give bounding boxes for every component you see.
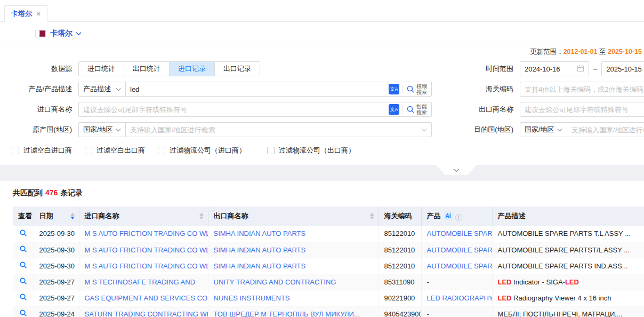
product-cell: - xyxy=(421,306,492,317)
end-date-input[interactable]: 2025-10-15 xyxy=(601,61,644,76)
translate-icon[interactable]: 文A xyxy=(389,104,399,115)
exporter-cell: SIMHA INDIAN AUTO PARTS xyxy=(208,258,379,274)
view-record-button[interactable] xyxy=(19,279,27,287)
view-record-button[interactable] xyxy=(19,295,27,303)
hs-code-input[interactable] xyxy=(520,85,644,93)
description-text: МЕБЛІ; ПОСТІЛЬНІ РЕЧІ, МАТРАЦИ,... xyxy=(498,310,623,317)
highlighted-keyword: LED xyxy=(565,278,579,286)
exporter-group: 出口商名称 xyxy=(468,102,644,117)
importer-cell: M S AUTO FRICTION TRADING CO WLL xyxy=(79,226,208,242)
fuzzy-search-button[interactable]: 模糊 搜索 xyxy=(406,83,427,95)
date-cell: 2025-09-30 xyxy=(34,242,79,258)
origin-label: 原产国(地区) xyxy=(0,125,72,134)
checkbox-filter-logistics-importer[interactable]: 过滤物流公司（进口商） xyxy=(158,146,246,155)
checkbox-label: 过滤物流公司（出口商） xyxy=(279,146,355,155)
product-link[interactable]: AUTOMOBILE SPARE P... xyxy=(427,262,493,270)
product-link[interactable]: AUTOMOBILE SPARE P... xyxy=(427,229,493,237)
description-text: AUTOMOBILE SPARE PARTS IND.ASS... xyxy=(498,262,628,270)
close-icon[interactable]: × xyxy=(36,10,41,18)
column-header-desc: 产品描述 xyxy=(492,207,644,226)
importer-link[interactable]: M S AUTO FRICTION TRADING CO WLL xyxy=(85,262,208,270)
start-date-value: 2024-10-16 xyxy=(525,65,560,73)
destination-group: 目的国(地区) 国家/地区 xyxy=(468,122,644,137)
importer-link[interactable]: M S TECHNOSAFE TRADING AND xyxy=(85,278,196,286)
view-cell xyxy=(13,258,34,274)
product-link[interactable]: AUTOMOBILE SPARE P... xyxy=(427,246,493,254)
sort-icon[interactable] xyxy=(370,213,374,219)
checkbox-label: 过滤空白进口商 xyxy=(23,146,72,155)
importer-cell: SATURN TRADING CONTRACTING WLL BUI... xyxy=(79,306,208,317)
datasource-export-records-button[interactable]: 出口记录 xyxy=(214,61,260,76)
product-description-cell: LED Radiography Viewer 4 x 16 inch xyxy=(492,290,644,306)
checkbox-filter-blank-exporter[interactable]: 过滤空白出口商 xyxy=(85,146,145,155)
product-description-cell: AUTOMOBILE SPARE PARTS IND.ASS... xyxy=(492,258,644,274)
importer-name-input[interactable] xyxy=(79,106,389,114)
destination-country-select[interactable]: 国家/地区 xyxy=(520,123,567,137)
datasource-import-stats-button[interactable]: 进口统计 xyxy=(78,61,124,76)
ai-badge: AI xyxy=(444,212,453,220)
product-type-select[interactable]: 产品描述 xyxy=(79,82,126,96)
filter-row-product: 产品/产品描述 产品描述 文A 模糊 搜索 xyxy=(0,82,644,97)
table-row: 2025-09-24SATURN TRADING CONTRACTING WLL… xyxy=(13,306,644,317)
datasource-import-records-button[interactable]: 进口记录 xyxy=(169,61,215,76)
view-record-button[interactable] xyxy=(19,263,27,271)
importer-label: 进口商名称 xyxy=(0,105,72,114)
description-text: AUTOMOBILE SPARE PARTS T.L ASSY ... xyxy=(498,229,631,237)
search-icon xyxy=(19,309,27,317)
chevron-down-icon[interactable] xyxy=(76,31,82,36)
exporter-name-input[interactable] xyxy=(520,106,644,114)
info-icon[interactable]: i xyxy=(455,214,462,221)
importer-link[interactable]: M S AUTO FRICTION TRADING CO WLL xyxy=(85,229,208,237)
description-text: Indicator - SIGA- xyxy=(512,278,565,286)
importer-search-box: 文A 智能 搜索 xyxy=(78,102,432,117)
column-header-date[interactable]: 日期 xyxy=(34,207,79,226)
product-link[interactable]: LED RADIOGRAPHY VI... xyxy=(427,294,493,302)
view-record-button[interactable] xyxy=(19,247,27,255)
importer-link[interactable]: GAS EQUIPMENT AND SERVICES CO LTD xyxy=(85,294,208,302)
hs-code-cell: 85122010 xyxy=(379,226,421,242)
view-record-button[interactable] xyxy=(19,311,27,317)
tab-qatar[interactable]: 卡塔尔 × xyxy=(4,5,47,22)
checkbox-icon[interactable] xyxy=(158,147,165,154)
column-label: 产品 xyxy=(427,212,441,220)
column-label: 查看 xyxy=(18,212,32,220)
origin-country-input[interactable] xyxy=(126,126,422,134)
datasource-export-stats-button[interactable]: 出口统计 xyxy=(124,61,170,76)
page-title: 卡塔尔 xyxy=(50,29,73,38)
exporter-link[interactable]: ТОВ ШРЕДЕР М ТЕРНОПІЛЬ ВУЛ МИКУЛИ... xyxy=(214,310,360,317)
column-label: 海关编码 xyxy=(384,212,412,220)
checkbox-icon[interactable] xyxy=(12,147,19,154)
product-description-cell: МЕБЛІ; ПОСТІЛЬНІ РЕЧІ, МАТРАЦИ,... xyxy=(492,306,644,317)
exporter-link[interactable]: NUNES INSTRUMENTS xyxy=(214,294,290,302)
checkbox-filter-logistics-exporter[interactable]: 过滤物流公司（出口商） xyxy=(267,146,355,155)
view-record-button[interactable] xyxy=(19,231,27,239)
start-date-input[interactable]: 2024-10-16 xyxy=(520,61,589,76)
collapse-filters-button[interactable] xyxy=(436,165,477,175)
search-icon xyxy=(19,293,27,301)
records-table: 查看日期进口商名称出口商名称海关编码产品AIi产品描述 2025-09-30M … xyxy=(13,207,644,317)
checkbox-icon[interactable] xyxy=(267,147,275,154)
exporter-link[interactable]: SIMHA INDIAN AUTO PARTS xyxy=(214,229,306,237)
checkbox-filter-blank-importer[interactable]: 过滤空白进口商 xyxy=(12,146,72,155)
importer-link[interactable]: SATURN TRADING CONTRACTING WLL BUI... xyxy=(85,310,208,317)
column-header-exporter[interactable]: 出口商名称 xyxy=(208,207,379,226)
importer-search-suffix: 文A 智能 搜索 xyxy=(389,104,431,115)
exporter-link[interactable]: UNITY TRADING AND CONTRACTING xyxy=(214,278,336,286)
importer-link[interactable]: M S AUTO FRICTION TRADING CO WLL xyxy=(85,246,208,254)
datasource-label: 数据源 xyxy=(0,64,72,74)
translate-icon[interactable]: 文A xyxy=(389,84,399,94)
product-search-input[interactable] xyxy=(126,85,389,93)
sort-icon[interactable] xyxy=(70,213,75,219)
destination-country-input[interactable] xyxy=(567,126,644,134)
checkbox-icon[interactable] xyxy=(85,147,92,154)
sort-icon[interactable] xyxy=(199,213,204,219)
collapse-band xyxy=(0,165,644,181)
column-header-importer[interactable]: 进口商名称 xyxy=(79,207,208,226)
date-cell: 2025-09-30 xyxy=(34,226,79,242)
date-cell: 2025-09-27 xyxy=(34,290,79,306)
exporter-link[interactable]: SIMHA INDIAN AUTO PARTS xyxy=(214,246,306,254)
origin-country-select[interactable]: 国家/地区 xyxy=(79,123,126,137)
exporter-link[interactable]: SIMHA INDIAN AUTO PARTS xyxy=(214,262,306,270)
smart-search-button[interactable]: 智能 搜索 xyxy=(406,104,427,115)
suffix-divider xyxy=(402,105,403,114)
